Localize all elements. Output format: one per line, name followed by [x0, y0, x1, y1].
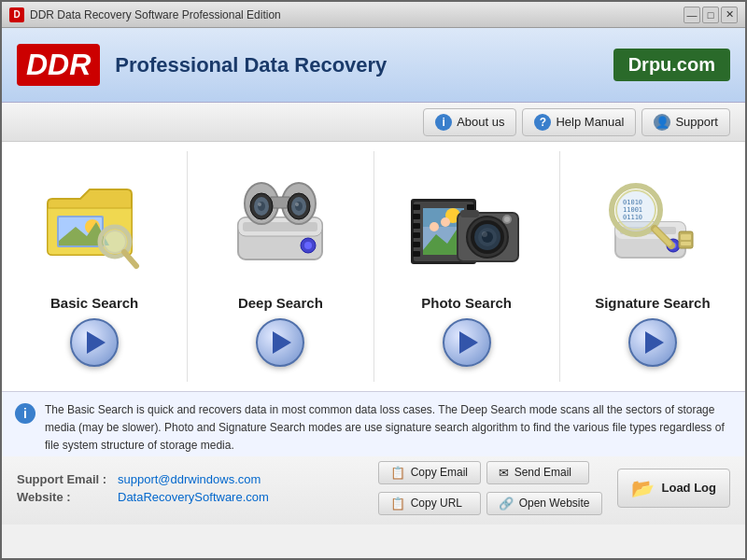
- deep-search-icon-area: [219, 166, 341, 287]
- svg-rect-60: [681, 242, 691, 245]
- ddr-logo: DDR: [17, 44, 100, 86]
- open-website-icon: 🔗: [499, 497, 514, 511]
- send-email-button[interactable]: ✉ Send Email: [486, 461, 589, 484]
- website-link[interactable]: DataRecoverySoftware.com: [118, 490, 269, 504]
- open-website-button[interactable]: 🔗 Open Website: [486, 492, 602, 515]
- play-triangle-icon: [87, 331, 106, 354]
- app-title: Professional Data Recovery: [115, 53, 387, 77]
- signature-search-label: Signature Search: [595, 295, 710, 311]
- photo-search-item[interactable]: Photo Search: [374, 151, 560, 382]
- svg-point-41: [430, 222, 439, 231]
- info-icon: i: [435, 114, 452, 131]
- help-icon: ?: [534, 114, 551, 131]
- svg-point-21: [258, 203, 261, 206]
- svg-rect-14: [271, 197, 289, 208]
- website-label: Website :: [17, 490, 110, 504]
- basic-search-item[interactable]: Basic Search: [2, 151, 188, 382]
- load-log-icon: 📂: [631, 477, 655, 499]
- svg-rect-30: [413, 251, 420, 257]
- svg-rect-28: [413, 232, 420, 238]
- svg-rect-59: [681, 234, 691, 240]
- info-bar: i The Basic Search is quick and recovers…: [2, 391, 745, 456]
- app-icon: D: [9, 7, 24, 22]
- svg-point-11: [304, 242, 312, 249]
- maximize-button[interactable]: □: [702, 7, 719, 23]
- svg-point-5: [104, 231, 126, 253]
- main-content: Basic Search: [2, 142, 745, 450]
- play-triangle-icon: [273, 331, 291, 354]
- website-row: Website : DataRecoverySoftware.com: [17, 490, 378, 504]
- copy-email-button[interactable]: 📋 Copy Email: [378, 461, 481, 484]
- svg-point-22: [295, 203, 299, 206]
- photo-search-play-button[interactable]: [443, 318, 491, 367]
- help-manual-label: Help Manual: [556, 115, 624, 129]
- support-email-link[interactable]: support@ddrwindows.com: [118, 472, 261, 486]
- svg-text:01110: 01110: [623, 214, 642, 221]
- svg-point-50: [482, 231, 487, 237]
- about-us-button[interactable]: i About us: [423, 108, 516, 136]
- title-bar: D DDR Data Recovery Software Professiona…: [2, 2, 745, 28]
- title-bar-text: DDR Data Recovery Software Professional …: [30, 8, 684, 21]
- header: DDR Professional Data Recovery Drpu.com: [2, 28, 745, 103]
- deep-search-label: Deep Search: [238, 295, 323, 311]
- about-us-label: About us: [457, 115, 504, 129]
- send-email-label: Send Email: [514, 466, 571, 479]
- signature-search-item[interactable]: 01010 11001 01110 Signature Search: [560, 151, 745, 382]
- nav-bar: i About us ? Help Manual 👤 Support: [2, 103, 745, 142]
- support-button[interactable]: 👤 Support: [641, 108, 730, 136]
- svg-rect-25: [413, 204, 420, 210]
- basic-search-svg: [38, 171, 150, 283]
- svg-rect-29: [413, 242, 420, 247]
- support-icon: 👤: [654, 114, 670, 131]
- svg-rect-26: [413, 214, 420, 219]
- photo-search-icon-area: [406, 166, 528, 287]
- search-grid: Basic Search: [2, 142, 745, 391]
- close-button[interactable]: ✕: [721, 7, 738, 23]
- copy-url-icon: 📋: [390, 497, 405, 511]
- basic-search-label: Basic Search: [50, 295, 138, 311]
- play-triangle-icon: [645, 331, 664, 354]
- svg-rect-27: [413, 223, 420, 229]
- signature-search-play-button[interactable]: [628, 318, 677, 367]
- photo-search-svg: [406, 171, 528, 283]
- info-icon: i: [15, 403, 35, 424]
- copy-url-button[interactable]: 📋 Copy URL: [378, 492, 481, 515]
- basic-search-icon-area: [34, 166, 155, 287]
- svg-rect-31: [467, 204, 474, 210]
- support-label: Support: [675, 115, 718, 129]
- footer-left: Support Email : support@ddrwindows.com W…: [17, 472, 378, 504]
- signature-search-svg: 01010 11001 01110: [597, 171, 709, 283]
- svg-rect-9: [243, 222, 317, 231]
- info-text: The Basic Search is quick and recovers d…: [45, 401, 732, 455]
- open-website-label: Open Website: [519, 497, 590, 510]
- load-log-button[interactable]: 📂 Load Log: [617, 469, 731, 508]
- support-email-label: Support Email :: [17, 472, 110, 486]
- svg-rect-44: [460, 210, 479, 217]
- support-email-row: Support Email : support@ddrwindows.com: [17, 472, 378, 486]
- play-triangle-icon: [459, 331, 478, 354]
- svg-text:11001: 11001: [623, 206, 642, 214]
- signature-search-icon-area: 01010 11001 01110: [592, 166, 713, 287]
- title-bar-controls[interactable]: — □ ✕: [684, 7, 738, 23]
- help-manual-button[interactable]: ? Help Manual: [522, 108, 636, 136]
- minimize-button[interactable]: —: [684, 7, 700, 23]
- svg-point-52: [504, 217, 510, 222]
- copy-email-label: Copy Email: [411, 466, 468, 479]
- deep-search-item[interactable]: Deep Search: [188, 151, 374, 382]
- footer-buttons: 📋 Copy Email ✉ Send Email 📋 Copy URL 🔗 O…: [378, 461, 602, 515]
- deep-search-svg: [224, 171, 336, 283]
- load-log-label: Load Log: [662, 481, 717, 495]
- copy-email-icon: 📋: [390, 466, 405, 480]
- deep-search-play-button[interactable]: [256, 318, 304, 367]
- svg-point-42: [441, 217, 450, 227]
- send-email-icon: ✉: [499, 466, 509, 480]
- basic-search-play-button[interactable]: [70, 318, 119, 367]
- svg-text:01010: 01010: [623, 199, 642, 206]
- footer: Support Email : support@ddrwindows.com W…: [2, 450, 745, 525]
- copy-url-label: Copy URL: [411, 497, 462, 510]
- drpu-badge: Drpu.com: [613, 49, 730, 81]
- photo-search-label: Photo Search: [421, 295, 512, 311]
